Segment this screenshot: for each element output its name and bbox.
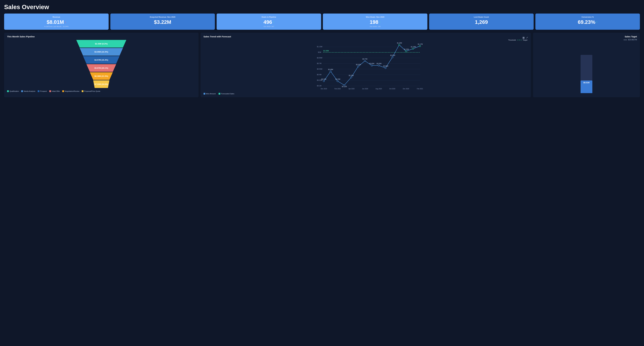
legend-dot-1 xyxy=(21,90,23,92)
kpi-card-revenue: Revenue $8.01M ↓ % Diff from Last Month:… xyxy=(4,13,108,30)
funnel-container: $2.43M (8.2%)$3.05M (10.3%)$4.57M (15.4%… xyxy=(7,40,196,88)
kpi-label-revenue: Revenue xyxy=(52,16,60,18)
funnel-segment-5: $7.31M (24.6%) xyxy=(93,80,109,88)
won-amount-label: Won Amount xyxy=(206,93,216,95)
legend-item-1: Needs Analysis xyxy=(21,90,35,92)
expand-icon[interactable]: ⤢ xyxy=(526,36,528,39)
forecasted-dot xyxy=(218,93,220,95)
legend-item-3: Initial Offer xyxy=(49,90,60,92)
legend-forecasted-sales: Forecasted Sales xyxy=(218,93,234,95)
trend-chart-panel: Sales Trend with Forecast ▦ ⤢ Threshold:… xyxy=(200,33,531,97)
target-bar-area: $8.01M xyxy=(536,41,637,95)
target-line-value: $23.8827M xyxy=(536,39,637,41)
legend-label-2: Prospect xyxy=(40,90,47,92)
svg-point-32 xyxy=(364,60,366,62)
svg-text:$0.65M: $0.65M xyxy=(376,63,381,64)
chart-svg-wrap: $0.1M $0.25M $0.4M $0.55M $0.7M $0.85M $… xyxy=(204,41,528,92)
funnel-legend: QualificationNeeds AnalysisProspectIniti… xyxy=(7,90,196,92)
kpi-value-expected-revenue: $3.22M xyxy=(154,19,171,25)
svg-text:$0.33M: $0.33M xyxy=(349,75,354,76)
legend-won-amount: Won Amount xyxy=(204,93,216,95)
svg-text:Jun 2020: Jun 2020 xyxy=(362,88,368,90)
svg-text:$1.17M: $1.17M xyxy=(418,43,422,45)
svg-point-28 xyxy=(337,80,338,82)
svg-text:Dec 2019: Dec 2019 xyxy=(321,88,327,90)
sales-target-title: Sales Taget xyxy=(536,35,637,38)
kpi-value-lost-deals: 1,269 xyxy=(475,19,488,25)
forecasted-label: Forecasted Sales xyxy=(221,93,234,95)
svg-point-30 xyxy=(350,77,352,78)
svg-point-40 xyxy=(419,45,420,47)
svg-point-35 xyxy=(385,67,386,69)
legend-item-5: Proposal/Price Quote xyxy=(82,90,100,92)
funnel-segment-2: $4.57M (15.4%) xyxy=(83,56,120,64)
svg-text:$0.12M: $0.12M xyxy=(342,86,346,87)
legend-label-4: Negotiation/Review xyxy=(65,90,79,92)
svg-text:$0.23M: $0.23M xyxy=(321,78,326,80)
kpi-card-lost-deals: Lost Deals Count 1,269 xyxy=(429,13,534,30)
page-title: Sales Overview xyxy=(4,3,640,10)
kpi-value-deals-pipeline: 496 ↑ xyxy=(264,19,274,25)
svg-text:$0.65M: $0.65M xyxy=(369,63,374,64)
legend-item-0: Qualification xyxy=(7,90,19,92)
svg-text:$0.58M: $0.58M xyxy=(383,65,388,67)
threshold-label: Threshold: xyxy=(508,39,516,41)
kpi-sub-deals-pipeline: Oct 2020: 347 xyxy=(264,25,274,27)
kpi-label-won-deals: Won Deals: Nov 2020 xyxy=(366,16,384,18)
svg-text:Dec 2020: Dec 2020 xyxy=(403,88,409,90)
svg-point-33 xyxy=(371,65,372,66)
trend-svg: $0.1M $0.25M $0.4M $0.55M $0.7M $0.85M $… xyxy=(204,41,528,91)
svg-text:$0.87M: $0.87M xyxy=(390,54,395,56)
svg-text:$1.15M: $1.15M xyxy=(317,46,322,47)
svg-text:$1.10M: $1.10M xyxy=(411,46,416,48)
kpi-row: Revenue $8.01M ↓ % Diff from Last Month:… xyxy=(4,13,640,30)
target-bar-bg: $8.01M xyxy=(580,55,592,93)
chart-header: Sales Trend with Forecast ▦ ⤢ xyxy=(204,35,528,40)
funnel-segment-0: $2.43M (8.2%) xyxy=(76,40,126,47)
svg-point-26 xyxy=(323,80,324,82)
legend-dot-4 xyxy=(62,90,64,92)
svg-text:$0.62M: $0.62M xyxy=(356,64,361,65)
svg-text:Oct 2020: Oct 2020 xyxy=(389,88,395,90)
svg-point-27 xyxy=(330,71,331,72)
sales-target-panel: Sales Taget $23.8827M $8.01M xyxy=(533,33,640,97)
threshold-line-icon xyxy=(518,40,522,40)
legend-item-2: Prospect xyxy=(38,90,47,92)
kpi-label-expected-revenue: Exepcted Revenue: Nov 2020 xyxy=(150,16,175,18)
svg-text:Feb 2020: Feb 2020 xyxy=(334,88,341,90)
kpi-card-deals-pipeline: Deals in Pipeline 496 ↑ Oct 2020: 347 xyxy=(217,13,321,30)
svg-text:$1.00M: $1.00M xyxy=(323,50,329,52)
svg-text:$0.55M: $0.55M xyxy=(317,68,322,70)
legend-dot-2 xyxy=(38,90,40,92)
won-amount-dot xyxy=(204,93,205,95)
legend-label-0: Qualification xyxy=(10,90,19,92)
threshold-legend: Threshold: Target xyxy=(508,39,527,41)
arrow-up-icon-conversion: ↑ xyxy=(596,20,598,24)
svg-text:$0.77M: $0.77M xyxy=(362,58,367,60)
svg-text:$1.03M: $1.03M xyxy=(404,48,409,50)
arrow-up-icon-won: ↑ xyxy=(379,20,380,24)
svg-point-31 xyxy=(357,66,359,67)
pipeline-panel: This Month Sales Pipeline $2.43M (8.2%)$… xyxy=(4,33,198,97)
kpi-card-won-deals: Won Deals: Nov 2020 198 ↑ Oct 2020: 139 xyxy=(323,13,427,30)
svg-point-36 xyxy=(392,56,393,58)
funnel-segment-1: $3.05M (10.3%) xyxy=(80,48,123,56)
svg-text:$0.49M: $0.49M xyxy=(328,69,333,70)
svg-text:Feb 2021: Feb 2021 xyxy=(417,88,423,90)
legend-dot-5 xyxy=(82,90,84,92)
svg-point-37 xyxy=(398,44,400,46)
kpi-sub-won-deals: Oct 2020: 139 xyxy=(370,25,380,27)
svg-text:$0.1M: $0.1M xyxy=(317,85,322,87)
legend-item-4: Negotiation/Review xyxy=(62,90,79,92)
svg-text:$1.20M: $1.20M xyxy=(397,42,402,44)
kpi-value-revenue: $8.01M ↓ xyxy=(47,19,66,25)
kpi-card-conversion: Conversion % 69.23% ↑ xyxy=(536,13,640,30)
chart-icons[interactable]: ▦ ⤢ xyxy=(522,36,528,39)
svg-point-34 xyxy=(378,65,380,66)
svg-text:$0.85M: $0.85M xyxy=(317,57,322,59)
bar-chart-icon[interactable]: ▦ xyxy=(522,36,525,39)
kpi-label-conversion: Conversion % xyxy=(582,16,594,18)
arrow-down-icon: ↓ xyxy=(65,20,66,24)
trend-chart-title: Sales Trend with Forecast xyxy=(204,35,231,38)
legend-label-3: Initial Offer xyxy=(52,90,60,92)
